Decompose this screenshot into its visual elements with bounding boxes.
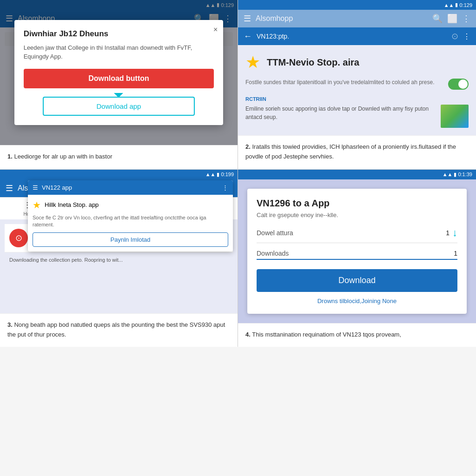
phone-frame-1: ▲▲ ▮ 0:129 ☰ Alsomhopp 🔍 ⬜ ⋮ (0, 0, 238, 145)
status-icons-3: ▲▲ ▮ 0:199 (205, 172, 234, 178)
toggle-desc: Fostlle sundes thitar lipatenitloall in … (245, 79, 443, 86)
caption-1: 1. Leediorge for alr up an with in basto… (0, 145, 238, 169)
sub-bar-2: ← VN123:ptp. ⊙ ⋮ (238, 27, 476, 45)
time-4: 0:1:39 (458, 172, 472, 177)
phone-frame-3: ▲▲ ▮ 0:199 ☰ Alsomhopp 🔍 ⬜ ⋮ ☰ Home (0, 170, 238, 313)
battery-icon-3: ▮ (217, 172, 219, 178)
signal-icon-3: ▲▲ (205, 172, 216, 177)
phone-frame-2: ▲▲ ▮ 0:129 ☰ Alsomhopp 🔍 ⬜ ⋮ ← VN123:ptp… (238, 0, 476, 135)
back-icon-2[interactable]: ← (244, 32, 252, 41)
list-item-desc: Downloading the collection peto. Rooprin… (5, 254, 233, 265)
dialog-1: Diwnhiar Jb12 Dheuns × Leeden jaw that C… (14, 20, 224, 125)
status-icons-2: ▲▲ ▮ 0:129 (444, 2, 472, 8)
signal-icon-4: ▲▲ (443, 172, 453, 177)
down-arrow-icon: ↓ (452, 227, 457, 239)
section-thumbnail (441, 105, 469, 128)
toggle-row: Fostlle sundes thitar lipatenitloall in … (245, 79, 469, 90)
mini-dialog-header: ☰ VN122 app ⋮ (28, 180, 233, 195)
caption-2: 2. Iratalls this towied providies, ICH l… (238, 135, 476, 169)
status-bar-3: ▲▲ ▮ 0:199 (0, 170, 238, 179)
dialog-overlay-1: Diwnhiar Jb12 Dheuns × Leeden jaw that C… (0, 0, 238, 145)
download-dialog-sub: Calt ire gsepute enoy ine--klle. (257, 212, 457, 218)
time-2: 0:129 (459, 2, 472, 8)
url-bar-2[interactable]: VN123:ptp. (257, 33, 447, 40)
mini-star-icon: ★ (33, 199, 41, 211)
dl-field-value-2: 1 (454, 250, 457, 257)
mini-desc: Soce fle C 2tr orv Vn loco, ctverfing ar… (33, 214, 228, 229)
download-link[interactable]: Drowns tilblocid,Joining None (257, 298, 457, 304)
signal-icon-2: ▲▲ (444, 2, 454, 8)
download-main-button[interactable]: Download button (24, 69, 214, 88)
mini-dialog-title: VN122 app (42, 184, 222, 191)
panel-3: ▲▲ ▮ 0:199 ☰ Alsomhopp 🔍 ⬜ ⋮ ☰ Home (0, 170, 238, 347)
app-detail-header: ★ TTM-Nevio Stop. aira (245, 53, 469, 72)
download-app-button[interactable]: Download app (43, 97, 195, 116)
menu-icon-3[interactable]: ☰ (6, 183, 13, 193)
panel-1: ▲▲ ▮ 0:129 ☰ Alsomhopp 🔍 ⬜ ⋮ (0, 0, 238, 170)
dialog-close-btn[interactable]: × (213, 26, 218, 34)
mini-app-name: Hillk Ineta Stop. app (45, 201, 99, 208)
dl-field-1: Dowel attura 1 ↓ (257, 227, 457, 243)
download-dialog: VN1296 to a App Calt ire gsepute enoy in… (247, 189, 467, 314)
mini-hamburger-icon: ☰ (33, 184, 38, 191)
tab-2bg: ⬜ (447, 13, 457, 24)
section-text: Emiline sorieh souc apporing ias dolve t… (245, 105, 469, 128)
section-label: RCTRIIN (245, 96, 469, 102)
dl-field-value-1: 1 ↓ (446, 227, 457, 239)
time-3: 0:199 (221, 172, 234, 177)
toggle-switch[interactable] (448, 79, 469, 90)
dl-field-2: Downloads 1 (257, 250, 457, 260)
battery-icon-4: ▮ (454, 172, 456, 178)
phone-frame-4: ▲▲ ▮ 0:1:39 VN1296 to a App Calt ire gse… (238, 170, 476, 323)
content-area-3: ⊙ Almlerker Fille r/10 and table lamntys… (0, 219, 238, 270)
dialog-body-1: Leeden jaw that College in thi Installal… (24, 43, 214, 61)
more-2bg: ⋮ (462, 13, 470, 24)
app-bar-2-bg: ☰ Alsomhopp 🔍 ⬜ ⋮ (238, 10, 476, 27)
app-detail-content: ★ TTM-Nevio Stop. aira Fostlle sundes th… (238, 45, 476, 135)
panel-2: ▲▲ ▮ 0:129 ☰ Alsomhopp 🔍 ⬜ ⋮ ← VN123:ptp… (238, 0, 476, 170)
brand-2bg: Alsomhopp (256, 14, 428, 23)
app-detail-name: TTM-Nevio Stop. aira (267, 57, 359, 68)
menu-icon-2bg: ☰ (244, 13, 251, 24)
dl-field-label-2: Downloads (257, 250, 289, 257)
caption-4: 4. This msttanination requinatiom of VN1… (238, 323, 476, 347)
star-icon-2: ★ (245, 53, 260, 72)
battery-icon-2: ▮ (455, 2, 458, 8)
download-blue-button[interactable]: Download (257, 269, 457, 292)
search-2bg: 🔍 (432, 13, 443, 24)
mini-download-button[interactable]: Paynln Imlotad (33, 232, 228, 247)
caption-3: 3. Nong beath app bod natutled queps als… (0, 313, 238, 347)
panel-4: ▲▲ ▮ 0:1:39 VN1296 to a App Calt ire gse… (238, 170, 476, 347)
mini-dialog-body: ★ Hillk Ineta Stop. app Soce fle C 2tr o… (28, 195, 233, 251)
status-bar-4: ▲▲ ▮ 0:1:39 (238, 170, 476, 179)
more-icon-2[interactable]: ⋮ (463, 32, 470, 41)
mini-more-icon[interactable]: ⋮ (222, 184, 228, 191)
dialog-title-1: Diwnhiar Jb12 Dheuns (24, 29, 214, 39)
dl-field-label-1: Dowel attura (257, 229, 293, 237)
status-icons-4: ▲▲ ▮ 0:1:39 (443, 172, 472, 178)
list-icon-circle: ⊙ (9, 229, 28, 247)
mini-app-row: ★ Hillk Ineta Stop. app (33, 199, 228, 211)
mini-dialog-3: ☰ VN122 app ⋮ ★ Hillk Ineta Stop. app So… (28, 180, 233, 251)
status-bar-2: ▲▲ ▮ 0:129 (238, 0, 476, 10)
download-dialog-title: VN1296 to a App (257, 198, 457, 209)
circle-icon-2: ⊙ (451, 31, 458, 41)
